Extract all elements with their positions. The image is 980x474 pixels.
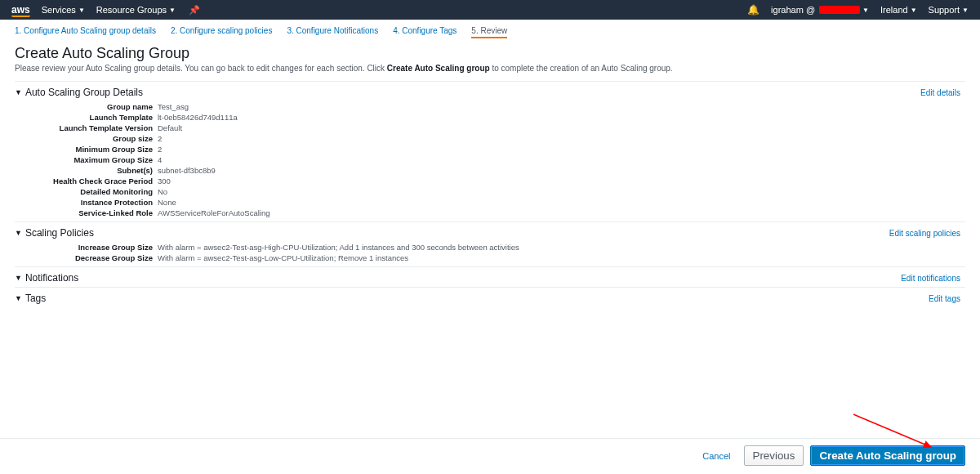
caret-down-icon: ▼ bbox=[911, 7, 917, 14]
section-asg-details: ▼ Auto Scaling Group Details Edit detail… bbox=[15, 81, 965, 221]
section-scaling-policies: ▼ Scaling Policies Edit scaling policies… bbox=[15, 221, 965, 266]
kv-val: Test_asg bbox=[158, 101, 189, 112]
section-title-policies: Scaling Policies bbox=[25, 227, 889, 239]
aws-logo[interactable]: aws bbox=[11, 4, 30, 16]
redacted-account bbox=[819, 6, 860, 14]
nav-left: aws Services ▼ Resource Groups ▼ 📌 bbox=[11, 4, 200, 16]
kv-val: AWSServiceRoleForAutoScaling bbox=[158, 208, 270, 218]
nav-resource-groups-label: Resource Groups bbox=[96, 5, 167, 15]
collapse-toggle-icon[interactable]: ▼ bbox=[15, 88, 22, 96]
step-5[interactable]: 5. Review bbox=[471, 26, 507, 38]
nav-account[interactable]: igraham @ ▼ bbox=[771, 5, 869, 15]
step-3[interactable]: 3. Configure Notifications bbox=[287, 26, 378, 38]
kv-key: Group name bbox=[15, 101, 158, 112]
nav-region-label: Ireland bbox=[880, 5, 908, 15]
nav-right: 🔔 igraham @ ▼ Ireland ▼ Support ▼ bbox=[747, 4, 969, 16]
edit-tags-link[interactable]: Edit tags bbox=[929, 294, 960, 303]
aws-navbar: aws Services ▼ Resource Groups ▼ 📌 🔔 igr… bbox=[0, 0, 980, 20]
nav-services[interactable]: Services ▼ bbox=[42, 5, 85, 15]
nav-support[interactable]: Support ▼ bbox=[929, 5, 969, 15]
subtitle-post: to complete the creation of an Auto Scal… bbox=[490, 64, 673, 73]
section-notifications: ▼ Notifications Edit notifications bbox=[15, 266, 965, 287]
section-title-notifications: Notifications bbox=[25, 272, 901, 284]
kv-row: Group nameTest_asg bbox=[15, 101, 965, 112]
kv-key: Subnet(s) bbox=[15, 165, 158, 176]
edit-notifications-link[interactable]: Edit notifications bbox=[901, 274, 960, 283]
kv-val: 300 bbox=[158, 176, 171, 186]
kv-row: Instance ProtectionNone bbox=[15, 197, 965, 208]
caret-down-icon: ▼ bbox=[862, 7, 869, 14]
kv-key: Service-Linked Role bbox=[15, 208, 158, 218]
page-content: Create Auto Scaling Group Please review … bbox=[0, 42, 980, 307]
kv-row: Detailed MonitoringNo bbox=[15, 186, 965, 197]
kv-val: 2 bbox=[158, 133, 162, 144]
section-title-details: Auto Scaling Group Details bbox=[25, 87, 920, 98]
kv-key: Decrease Group Size bbox=[15, 253, 158, 263]
kv-val: With alarm = awsec2-Test-asg-High-CPU-Ut… bbox=[158, 242, 519, 253]
kv-row: Launch Templatelt-0eb58426d749d111a bbox=[15, 112, 965, 123]
caret-down-icon: ▼ bbox=[169, 7, 176, 14]
kv-key: Maximum Group Size bbox=[15, 154, 158, 165]
kv-key: Detailed Monitoring bbox=[15, 186, 158, 197]
subtitle-pre: Please review your Auto Scaling group de… bbox=[15, 64, 387, 73]
wizard-steps: 1. Configure Auto Scaling group details … bbox=[0, 20, 980, 42]
nav-services-label: Services bbox=[42, 5, 76, 15]
kv-row: Decrease Group SizeWith alarm = awsec2-T… bbox=[15, 253, 965, 263]
kv-val: Default bbox=[158, 123, 182, 133]
kv-row: Group size2 bbox=[15, 133, 965, 144]
step-1[interactable]: 1. Configure Auto Scaling group details bbox=[15, 26, 156, 38]
kv-key: Launch Template bbox=[15, 112, 158, 123]
caret-down-icon: ▼ bbox=[962, 7, 969, 14]
kv-key: Minimum Group Size bbox=[15, 144, 158, 154]
kv-val: subnet-df3bc8b9 bbox=[158, 165, 216, 176]
nav-region[interactable]: Ireland ▼ bbox=[880, 5, 917, 15]
nav-support-label: Support bbox=[929, 5, 960, 15]
nav-resource-groups[interactable]: Resource Groups ▼ bbox=[96, 5, 176, 15]
policies-grid: Increase Group SizeWith alarm = awsec2-T… bbox=[15, 242, 965, 263]
kv-row: Health Check Grace Period300 bbox=[15, 176, 965, 186]
page-subtitle: Please review your Auto Scaling group de… bbox=[15, 64, 965, 73]
section-title-tags: Tags bbox=[25, 293, 929, 304]
subtitle-bold: Create Auto Scaling group bbox=[387, 64, 490, 73]
section-header-policies: ▼ Scaling Policies Edit scaling policies bbox=[15, 227, 965, 239]
page-title: Create Auto Scaling Group bbox=[15, 45, 965, 62]
edit-policies-link[interactable]: Edit scaling policies bbox=[889, 229, 960, 238]
previous-button[interactable]: Previous bbox=[744, 445, 804, 466]
kv-row: Subnet(s)subnet-df3bc8b9 bbox=[15, 165, 965, 176]
step-4[interactable]: 4. Configure Tags bbox=[393, 26, 457, 38]
caret-down-icon: ▼ bbox=[78, 7, 85, 14]
collapse-toggle-icon[interactable]: ▼ bbox=[15, 274, 22, 282]
details-grid: Group nameTest_asg Launch Templatelt-0eb… bbox=[15, 101, 965, 218]
kv-key: Group size bbox=[15, 133, 158, 144]
kv-row: Minimum Group Size2 bbox=[15, 144, 965, 154]
section-header-details: ▼ Auto Scaling Group Details Edit detail… bbox=[15, 87, 965, 98]
wizard-footer: Cancel Previous Create Auto Scaling grou… bbox=[0, 438, 980, 466]
kv-row: Service-Linked RoleAWSServiceRoleForAuto… bbox=[15, 208, 965, 218]
kv-val: No bbox=[158, 186, 167, 197]
kv-row: Increase Group SizeWith alarm = awsec2-T… bbox=[15, 242, 965, 253]
kv-key: Instance Protection bbox=[15, 197, 158, 208]
section-header-tags: ▼ Tags Edit tags bbox=[15, 293, 965, 304]
kv-key: Increase Group Size bbox=[15, 242, 158, 253]
collapse-toggle-icon[interactable]: ▼ bbox=[15, 294, 22, 302]
kv-row: Launch Template VersionDefault bbox=[15, 123, 965, 133]
kv-val: 4 bbox=[158, 154, 162, 165]
section-tags: ▼ Tags Edit tags bbox=[15, 287, 965, 307]
kv-key: Health Check Grace Period bbox=[15, 176, 158, 186]
kv-key: Launch Template Version bbox=[15, 123, 158, 133]
edit-details-link[interactable]: Edit details bbox=[920, 88, 960, 97]
cancel-button[interactable]: Cancel bbox=[696, 448, 737, 464]
kv-val: None bbox=[158, 197, 176, 208]
nav-user-prefix: igraham @ bbox=[771, 5, 815, 15]
kv-val: lt-0eb58426d749d111a bbox=[158, 112, 238, 123]
create-auto-scaling-group-button[interactable]: Create Auto Scaling group bbox=[810, 445, 965, 466]
bell-icon[interactable]: 🔔 bbox=[747, 4, 760, 16]
kv-val: 2 bbox=[158, 144, 162, 154]
pin-icon[interactable]: 📌 bbox=[189, 5, 200, 16]
kv-val: With alarm = awsec2-Test-asg-Low-CPU-Uti… bbox=[158, 253, 408, 263]
step-2[interactable]: 2. Configure scaling policies bbox=[171, 26, 273, 38]
collapse-toggle-icon[interactable]: ▼ bbox=[15, 229, 22, 237]
section-header-notifications: ▼ Notifications Edit notifications bbox=[15, 272, 965, 284]
kv-row: Maximum Group Size4 bbox=[15, 154, 965, 165]
